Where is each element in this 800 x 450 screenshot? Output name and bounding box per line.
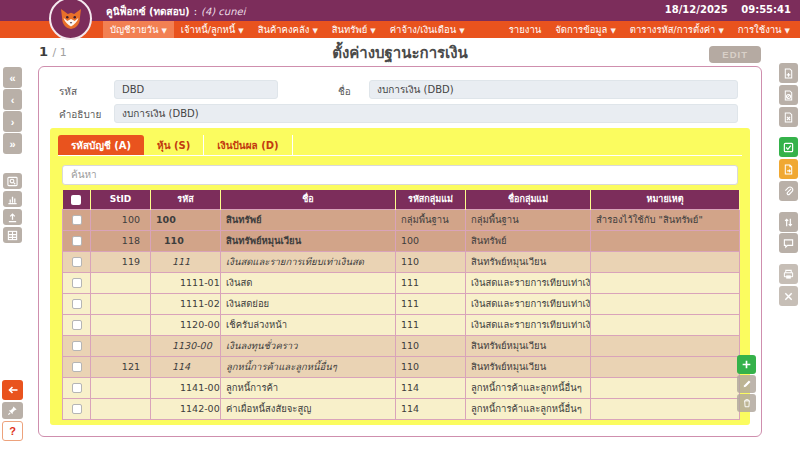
- name-field[interactable]: [369, 80, 738, 99]
- select-all-checkbox[interactable]: [71, 195, 81, 205]
- upload-button[interactable]: [3, 209, 22, 225]
- cell-parent-name: เงินสดและรายการเทียบเท่าเงินสด: [466, 293, 591, 314]
- search-input[interactable]: [62, 165, 738, 185]
- table-row[interactable]: 100 100 สินทรัพย์ กลุ่มพื้นฐาน กลุ่มพื้น…: [63, 209, 740, 230]
- menu-bar: บัญชีรายวัน▼ เจ้าหนี้/ลูกหนี้▼ สินค้าคงค…: [0, 21, 800, 38]
- cell-stid: [91, 314, 151, 335]
- name-label: ชื่อ: [338, 84, 351, 99]
- cell-note: [591, 314, 740, 335]
- menu-code-tables-settings[interactable]: ตารางรหัส/การตั้งค่า▼: [623, 21, 731, 38]
- cell-stid: 119: [91, 251, 151, 272]
- description-field[interactable]: [114, 104, 738, 123]
- row-checkbox[interactable]: [72, 299, 82, 309]
- print-button[interactable]: [779, 264, 798, 284]
- cell-name: สินทรัพย์: [221, 209, 396, 230]
- menu-usage[interactable]: การใช้งาน▼: [731, 21, 797, 38]
- cell-parent-code: 110: [396, 356, 466, 377]
- row-checkbox[interactable]: [72, 383, 82, 393]
- table-row[interactable]: 1120-00 เช็ครับล่วงหน้า 111 เงินสดและราย…: [63, 314, 740, 335]
- tab-account-codes[interactable]: รหัสบัญชี (A): [58, 135, 144, 155]
- tab-shares[interactable]: หุ้น (S): [144, 135, 204, 155]
- cell-code: 1141-00: [151, 377, 221, 398]
- column-header-parent-name[interactable]: ชื่อกลุ่มแม่: [466, 190, 591, 209]
- printer-icon: [783, 269, 794, 280]
- cell-code: 1111-02: [151, 293, 221, 314]
- new-document-button[interactable]: [779, 63, 798, 83]
- next-record-button[interactable]: ›: [3, 111, 22, 132]
- prev-record-button[interactable]: ‹: [3, 89, 22, 110]
- back-button[interactable]: [2, 380, 23, 400]
- export-document-button[interactable]: [779, 159, 798, 179]
- edit-document-button[interactable]: [779, 85, 798, 105]
- table-row[interactable]: 121 114 ลูกหนี้การค้าและลูกหนี้อื่นๆ 110…: [63, 356, 740, 377]
- table-row[interactable]: 119 111 เงินสดและรายการเทียบเท่าเงินสด 1…: [63, 251, 740, 272]
- menu-payroll[interactable]: ค่าจ้าง/เงินเดือน▼: [383, 21, 472, 38]
- delete-document-button[interactable]: [779, 107, 798, 127]
- menu-daily-journal[interactable]: บัญชีรายวัน▼: [103, 21, 174, 38]
- app-title-separator: :: [190, 6, 201, 17]
- cell-parent-name: เงินสดและรายการเทียบเท่าเงินสด: [466, 272, 591, 293]
- first-record-button[interactable]: «: [3, 67, 22, 88]
- row-checkbox[interactable]: [72, 404, 82, 414]
- column-header-parent-code[interactable]: รหัสกลุ่มแม่: [396, 190, 466, 209]
- menu-assets[interactable]: สินทรัพย์▼: [325, 21, 383, 38]
- cell-parent-code: 111: [396, 293, 466, 314]
- tab-dividends[interactable]: เงินปันผล (D): [204, 135, 292, 155]
- column-header-stid[interactable]: StID: [91, 190, 151, 209]
- table-row[interactable]: 1130-00 เงินลงทุนชั่วคราว 110 สินทรัพย์ห…: [63, 335, 740, 356]
- add-row-button[interactable]: [737, 355, 756, 374]
- row-checkbox[interactable]: [72, 278, 82, 288]
- last-record-button[interactable]: »: [3, 133, 22, 154]
- row-checkbox[interactable]: [72, 236, 82, 246]
- confirm-button[interactable]: [779, 137, 798, 157]
- edit-row-button[interactable]: [737, 375, 756, 393]
- document-x-icon: [783, 112, 794, 123]
- row-checkbox[interactable]: [72, 341, 82, 351]
- table-header-row: StID รหัส ชื่อ รหัสกลุ่มแม่ ชื่อกลุ่มแม่…: [63, 190, 740, 209]
- edit-button[interactable]: EDIT: [709, 46, 761, 63]
- help-button[interactable]: ?: [2, 421, 23, 441]
- cell-code: 1120-00: [151, 314, 221, 335]
- pin-button[interactable]: [2, 402, 23, 419]
- menu-payables-receivables[interactable]: เจ้าหนี้/ลูกหนี้▼: [174, 21, 251, 38]
- close-button[interactable]: [779, 286, 798, 306]
- row-checkbox[interactable]: [72, 257, 82, 267]
- comment-button[interactable]: [779, 233, 798, 253]
- code-field[interactable]: [114, 80, 278, 99]
- comment-bubble-icon: [783, 238, 794, 249]
- table-row[interactable]: 1111-02 เงินสดย่อย 111 เงินสดและรายการเท…: [63, 293, 740, 314]
- menu-right: รายงาน จัดการข้อมูล▼ ตารางรหัส/การตั้งค่…: [502, 21, 797, 38]
- row-checkbox[interactable]: [72, 320, 82, 330]
- menu-reports[interactable]: รายงาน: [502, 21, 548, 38]
- cell-name: ลูกหนี้การค้าและลูกหนี้อื่นๆ: [221, 356, 396, 377]
- menu-data-management[interactable]: จัดการข้อมูล▼: [548, 21, 623, 38]
- menu-left: บัญชีรายวัน▼ เจ้าหนี้/ลูกหนี้▼ สินค้าคงค…: [103, 21, 472, 38]
- grid-view-button[interactable]: [3, 227, 22, 243]
- delete-row-button[interactable]: [737, 394, 756, 412]
- cell-code: 110: [151, 230, 221, 251]
- chart-button[interactable]: [3, 191, 22, 207]
- clock: 18/12/2025 09:55:41: [655, 4, 791, 15]
- cell-code: 1111-01: [151, 272, 221, 293]
- description-label: คำอธิบาย: [59, 107, 101, 122]
- cell-stid: [91, 272, 151, 293]
- attachment-button[interactable]: [779, 181, 798, 201]
- row-checkbox[interactable]: [72, 215, 82, 225]
- table-row[interactable]: 1141-00 ลูกหนี้การค้า 114 ลูกหนี้การค้าแ…: [63, 377, 740, 398]
- cell-name: เช็ครับล่วงหน้า: [221, 314, 396, 335]
- column-header-code[interactable]: รหัส: [151, 190, 221, 209]
- cell-code: 100: [151, 209, 221, 230]
- preview-button[interactable]: [3, 173, 22, 189]
- row-checkbox[interactable]: [72, 362, 82, 372]
- column-header-note[interactable]: หมายเหตุ: [591, 190, 740, 209]
- cell-note: [591, 356, 740, 377]
- menu-inventory[interactable]: สินค้าคงคลัง▼: [251, 21, 325, 38]
- table-row[interactable]: 1142-00 ค่าเผื่อหนี้สงสัยจะสูญ 114 ลูกหน…: [63, 398, 740, 419]
- table-row[interactable]: 1111-01 เงินสด 111 เงินสดและรายการเทียบเ…: [63, 272, 740, 293]
- plus-icon: [741, 359, 752, 370]
- cell-note: [591, 251, 740, 272]
- cell-note: [591, 377, 740, 398]
- column-header-name[interactable]: ชื่อ: [221, 190, 396, 209]
- table-row[interactable]: 118 110 สินทรัพย์หมุนเวียน 100 สินทรัพย์: [63, 230, 740, 251]
- sort-button[interactable]: [779, 212, 798, 232]
